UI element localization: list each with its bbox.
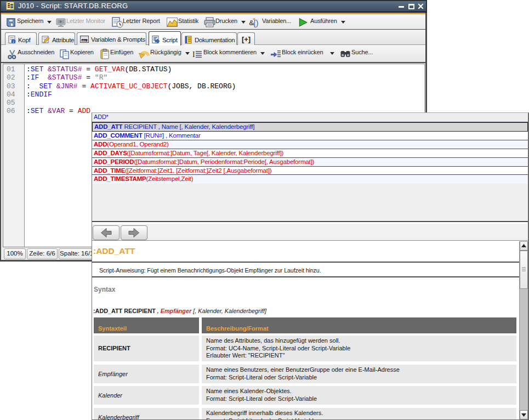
svg-text:I: I [192,50,195,59]
svg-text:i: i [13,39,14,44]
svg-text:abc: abc [82,39,87,42]
svg-text:{): {) [253,19,258,27]
